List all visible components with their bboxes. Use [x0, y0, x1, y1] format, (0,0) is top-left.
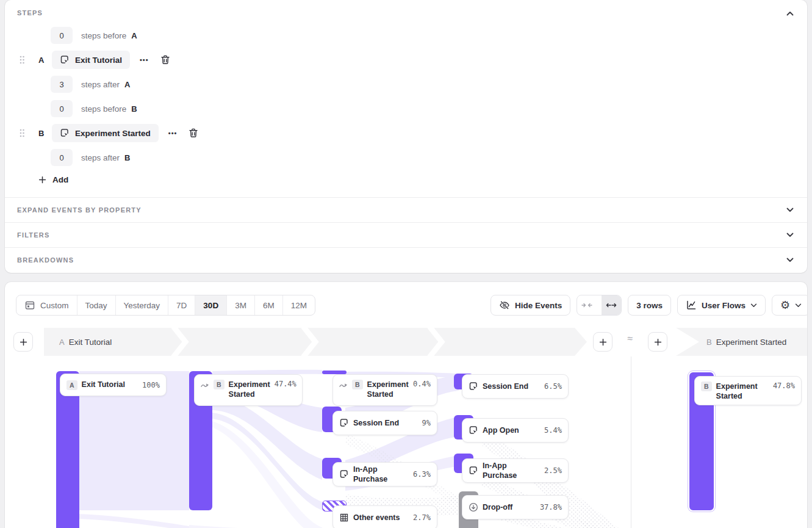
add-step-label: Add	[52, 175, 68, 184]
filters-title: FILTERS	[17, 231, 49, 239]
node-card-experiment-started-478[interactable]: B Experiment Started 47.8%	[694, 376, 802, 405]
steps-after-a-ref: A	[124, 80, 130, 89]
node-card-app-open[interactable]: App Open 5.4%	[462, 418, 569, 443]
step-b-row: B Experiment Started •••	[19, 124, 199, 142]
steps-after-b-ref: B	[124, 153, 130, 162]
node-card-in-app-purchase-25[interactable]: In-App Purchase 2.5%	[462, 458, 569, 483]
header-a-letter: A	[59, 338, 65, 347]
add-step-after-a-button[interactable]	[593, 332, 613, 352]
step-a-letter: A	[38, 56, 46, 65]
plus-icon	[598, 338, 608, 347]
steps-after-a-label: steps after	[81, 80, 120, 89]
plus-icon	[38, 175, 47, 184]
expand-events-title: EXPAND EVENTS BY PROPERTY	[17, 206, 142, 214]
squiggle-arrow-icon	[339, 380, 348, 389]
steps-after-a-input[interactable]: 3	[51, 76, 73, 93]
trash-icon	[188, 128, 199, 139]
breakdowns-title: BREAKDOWNS	[17, 256, 74, 264]
breakdowns-chevron[interactable]	[783, 253, 797, 267]
chevron-down-icon	[786, 233, 794, 237]
step-a-row: A Exit Tutorial •••	[19, 51, 171, 69]
steps-before-a-row: 0 steps before A	[51, 27, 137, 44]
node-card-experiment-started-04[interactable]: B Experiment Started 0.4%	[332, 374, 437, 406]
steps-before-b-ref: B	[131, 104, 137, 114]
event-cursor-icon	[60, 128, 70, 138]
steps-section-title: STEPS	[17, 9, 43, 16]
approx-symbol: ≈	[622, 333, 638, 344]
add-step-button[interactable]: Add	[38, 175, 68, 184]
node-badge: B	[214, 380, 225, 389]
step-b-delete-button[interactable]	[188, 128, 199, 139]
node-card-session-end-9[interactable]: Session End 9%	[332, 411, 437, 435]
add-step-before-b-button[interactable]	[648, 332, 667, 352]
steps-before-a-input[interactable]: 0	[51, 27, 73, 44]
expand-events-by-property-section[interactable]: EXPAND EVENTS BY PROPERTY	[5, 197, 807, 222]
step-a-event-name: Exit Tutorial	[75, 56, 122, 65]
steps-after-b-row: 0 steps after B	[51, 149, 130, 166]
drag-handle-icon[interactable]	[19, 128, 25, 139]
steps-before-a-ref: A	[131, 31, 137, 40]
add-step-before-button[interactable]	[13, 332, 33, 352]
steps-before-b-input[interactable]: 0	[51, 100, 73, 117]
step-b-event-button[interactable]: Experiment Started	[52, 124, 159, 142]
squiggle-arrow-icon	[201, 380, 209, 389]
chevron-up-icon	[786, 11, 794, 16]
steps-after-b-input[interactable]: 0	[51, 149, 73, 166]
node-card-drop-off[interactable]: Drop-off 37.8%	[462, 495, 569, 519]
node-card-exit-tutorial[interactable]: A Exit Tutorial 100%	[60, 374, 167, 396]
steps-collapse-button[interactable]	[783, 7, 797, 20]
header-b-letter: B	[706, 338, 712, 347]
report-panel: Custom Today Yesterday 7D 30D 3M 6M 12M …	[5, 282, 807, 528]
steps-before-b-row: 0 steps before B	[51, 100, 137, 117]
plus-icon	[19, 338, 28, 347]
event-cursor-icon	[339, 469, 349, 479]
step-b-letter: B	[38, 129, 46, 138]
event-cursor-icon	[469, 466, 478, 476]
steps-after-a-row: 3 steps after A	[51, 76, 130, 93]
query-builder-panel: STEPS 0 steps before A A Exit Tutorial •…	[5, 0, 807, 273]
plus-icon	[653, 338, 663, 347]
drop-off-icon	[469, 502, 478, 512]
node-card-in-app-purchase-63[interactable]: In-App Purchase 6.3%	[332, 462, 437, 486]
step-a-event-button[interactable]: Exit Tutorial	[52, 51, 130, 69]
steps-before-a-label: steps before	[81, 31, 126, 40]
event-cursor-icon	[60, 55, 70, 65]
node-badge: A	[66, 380, 77, 390]
event-cursor-icon	[469, 425, 478, 435]
column-header-a: A Exit Tutorial	[44, 328, 587, 356]
steps-before-b-label: steps before	[81, 104, 126, 114]
grid-icon	[339, 513, 349, 523]
drag-handle-icon[interactable]	[19, 54, 25, 65]
expand-events-chevron[interactable]	[783, 203, 797, 217]
step-b-event-name: Experiment Started	[75, 129, 151, 138]
step-a-delete-button[interactable]	[160, 54, 171, 65]
step-a-more-button[interactable]: •••	[140, 56, 149, 63]
event-cursor-icon	[469, 382, 478, 391]
node-card-experiment-started-47[interactable]: B Experiment Started 47.4%	[194, 374, 303, 406]
steps-after-b-label: steps after	[81, 153, 120, 162]
node-badge: B	[352, 380, 363, 389]
chevron-down-icon	[786, 258, 794, 262]
breakdowns-section[interactable]: BREAKDOWNS	[5, 247, 807, 272]
node-card-session-end-65[interactable]: Session End 6.5%	[462, 374, 569, 399]
trash-icon	[160, 54, 171, 65]
step-b-more-button[interactable]: •••	[168, 129, 178, 137]
event-cursor-icon	[339, 418, 349, 428]
header-b-label: Experiment Started	[716, 338, 787, 347]
node-badge: B	[701, 382, 712, 391]
node-card-other-events[interactable]: Other events 2.7%	[332, 505, 437, 528]
chevron-down-icon	[786, 208, 794, 212]
filters-chevron[interactable]	[783, 228, 797, 242]
filters-section[interactable]: FILTERS	[5, 222, 807, 247]
header-a-label: Exit Tutorial	[69, 338, 112, 347]
